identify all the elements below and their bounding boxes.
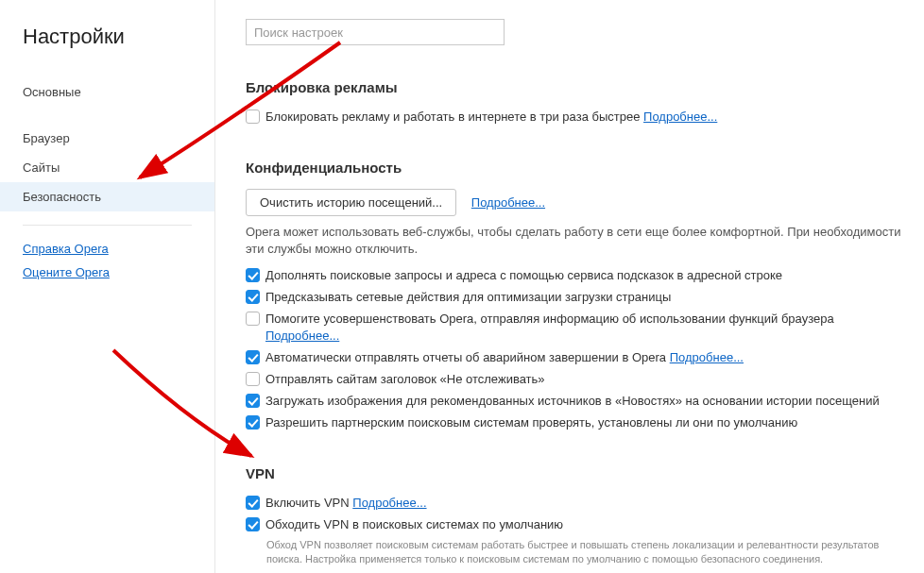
vpn-item-label: Включить VPN Подробнее... [265,495,427,512]
vpn-item-more-link[interactable]: Подробнее... [352,496,426,510]
privacy-item-checkbox[interactable] [246,312,260,326]
content: Блокировка рекламы Блокировать рекламу и… [215,0,924,573]
privacy-item-checkbox[interactable] [246,372,260,386]
sidebar-nav: Основные Браузер Сайты Безопасность Спра… [0,62,214,284]
privacy-item-label-text: Загружать изображения для рекомендованны… [265,394,880,408]
clear-history-button[interactable]: Очистить историю посещений... [246,189,456,216]
privacy-item-label-text: Помогите усовершенствовать Opera, отправ… [265,312,834,326]
sidebar-link-label: Оцените Opera [23,265,110,279]
privacy-item-more-link[interactable]: Подробнее... [670,350,744,364]
privacy-item-label-text: Разрешить партнерским поисковым системам… [265,415,797,430]
sidebar-item-basic[interactable]: Основные [0,77,214,107]
sidebar-item-label: Браузер [23,131,70,145]
sidebar-item-sites[interactable]: Сайты [0,153,214,182]
adblock-label: Блокировать рекламу и работать в интерне… [265,109,717,126]
sidebar-item-security[interactable]: Безопасность [0,182,214,211]
privacy-item-more-link[interactable]: Подробнее... [265,329,339,343]
privacy-item-label: Отправлять сайтам заголовок «Не отслежив… [265,371,545,388]
privacy-item-label: Загружать изображения для рекомендованны… [265,393,880,410]
vpn-item-checkbox[interactable] [246,496,260,510]
sidebar-item-label: Сайты [23,160,60,175]
clear-history-more-link[interactable]: Подробнее... [471,195,545,210]
privacy-item-row: Помогите усовершенствовать Opera, отправ… [246,311,907,345]
privacy-item-checkbox[interactable] [246,290,260,304]
privacy-item-row: Разрешить партнерским поисковым системам… [246,414,907,431]
privacy-description: Opera может использовать веб-службы, что… [246,224,907,258]
sidebar: Настройки Основные Браузер Сайты Безопас… [0,0,215,573]
search-input[interactable] [246,19,505,45]
vpn-item-row: Обходить VPN в поисковых системах по умо… [246,516,907,533]
privacy-item-label-text: Дополнять поисковые запросы и адреса с п… [265,268,782,282]
vpn-fine-print-1: Обход VPN позволяет поисковым системам р… [266,538,907,566]
vpn-item-label: Обходить VPN в поисковых системах по умо… [265,516,563,533]
privacy-item-checkbox[interactable] [246,350,260,364]
adblock-more-link[interactable]: Подробнее... [643,110,717,124]
sidebar-link-rate[interactable]: Оцените Opera [0,261,214,284]
sidebar-item-label: Основные [23,85,81,99]
sidebar-link-label: Справка Opera [23,242,109,256]
page-title: Настройки [0,19,214,62]
privacy-item-checkbox[interactable] [246,394,260,408]
sidebar-separator [23,225,192,226]
privacy-item-label: Автоматически отправлять отчеты об авари… [265,349,744,366]
section-vpn-title: VPN [246,465,907,481]
privacy-item-label: Дополнять поисковые запросы и адреса с п… [265,267,782,284]
adblock-checkbox[interactable] [246,110,260,124]
privacy-item-label: Предсказывать сетевые действия для оптим… [265,289,671,306]
section-adblock-title: Блокировка рекламы [246,79,907,95]
adblock-label-prefix: Блокировать рекламу [265,110,390,124]
vpn-item-checkbox[interactable] [246,517,260,531]
adblock-row: Блокировать рекламу и работать в интерне… [246,109,907,126]
adblock-label-rest: и работать в интернете в три раза быстре… [390,110,644,124]
vpn-item-row: Включить VPN Подробнее... [246,495,907,512]
privacy-list: Дополнять поисковые запросы и адреса с п… [246,267,907,431]
sidebar-item-browser[interactable]: Браузер [0,124,214,153]
sidebar-item-label: Безопасность [23,190,101,204]
sidebar-link-help[interactable]: Справка Opera [0,237,214,261]
privacy-item-label-text: Отправлять сайтам заголовок «Не отслежив… [265,372,545,386]
vpn-item-label-text: Включить VPN [265,496,352,510]
section-privacy-title: Конфиденциальность [246,160,907,176]
vpn-item-label-text: Обходить VPN в поисковых системах по умо… [265,517,563,531]
privacy-item-row: Загружать изображения для рекомендованны… [246,393,907,410]
privacy-item-row: Автоматически отправлять отчеты об авари… [246,349,907,366]
privacy-item-label: Помогите усовершенствовать Opera, отправ… [265,311,907,345]
privacy-item-checkbox[interactable] [246,415,260,430]
privacy-item-row: Предсказывать сетевые действия для оптим… [246,289,907,306]
privacy-item-checkbox[interactable] [246,268,260,282]
privacy-item-row: Отправлять сайтам заголовок «Не отслежив… [246,371,907,388]
privacy-item-label: Разрешить партнерским поисковым системам… [265,414,797,431]
privacy-item-row: Дополнять поисковые запросы и адреса с п… [246,267,907,284]
privacy-item-label-text: Предсказывать сетевые действия для оптим… [265,290,671,304]
privacy-item-label-text: Автоматически отправлять отчеты об авари… [265,350,670,364]
vpn-list: Включить VPN Подробнее...Обходить VPN в … [246,495,907,533]
